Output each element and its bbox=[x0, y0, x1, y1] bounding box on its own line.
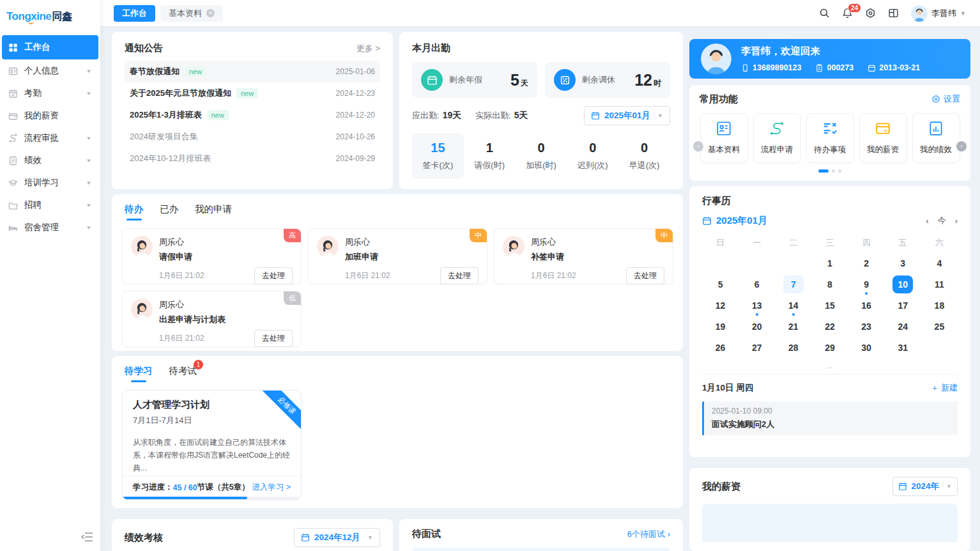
tab-待学习[interactable]: 待学习 bbox=[125, 365, 153, 382]
quick-tile-我的薪资[interactable]: 我的薪资 bbox=[859, 113, 907, 163]
calendar-day-number: 30 bbox=[856, 339, 877, 357]
search-icon[interactable] bbox=[819, 8, 830, 19]
calendar-day-21[interactable]: 21 bbox=[775, 316, 811, 337]
calendar-day-number: 7 bbox=[783, 276, 804, 293]
sidebar-item-个人信息[interactable]: 个人信息▼ bbox=[2, 60, 98, 82]
tab-基本资料[interactable]: 基本资料✕ bbox=[160, 5, 223, 22]
calendar-day-8[interactable]: 8 bbox=[811, 274, 848, 295]
calendar-collapse-icon[interactable]: ︿ bbox=[702, 362, 958, 375]
calendar-day-30[interactable]: 30 bbox=[848, 338, 885, 358]
carousel-dot[interactable] bbox=[832, 169, 835, 173]
calendar-event[interactable]: 2025-01-10 09:00面试实施顾问2人 bbox=[702, 401, 958, 435]
handle-button[interactable]: 去处理 bbox=[254, 330, 293, 347]
notification-bell-icon[interactable]: 24 bbox=[842, 8, 853, 19]
calendar-day-23[interactable]: 23 bbox=[848, 316, 885, 337]
tab-工作台[interactable]: 工作台 bbox=[114, 5, 155, 22]
calendar-day-13[interactable]: 13 bbox=[739, 295, 775, 316]
attendance-stat-签卡(次)[interactable]: 15签卡(次) bbox=[412, 133, 464, 179]
calendar-day-31[interactable]: 31 bbox=[885, 338, 921, 358]
calendar-day-1[interactable]: 1 bbox=[811, 253, 848, 274]
carousel-next-icon[interactable]: › bbox=[956, 141, 967, 151]
new-event-button[interactable]: ＋ 新建 bbox=[930, 382, 958, 394]
calendar-next-button[interactable]: › bbox=[955, 216, 958, 226]
notice-row[interactable]: 关于2025年元旦节放假通知new2024-12-23 bbox=[125, 82, 380, 104]
calendar-day-7[interactable]: 7 bbox=[775, 274, 811, 295]
event-dot bbox=[756, 313, 758, 316]
attendance-month-selector[interactable]: 2025年01月 ▼ bbox=[584, 106, 670, 125]
interview-count-link[interactable]: 6个待面试 › bbox=[627, 529, 670, 540]
sidebar-item-考勤[interactable]: 考勤▼ bbox=[2, 82, 98, 104]
salary-year-selector[interactable]: 2024年 ▼ bbox=[892, 477, 958, 496]
calendar-month-selector[interactable]: 2025年01月 bbox=[702, 215, 767, 227]
user-menu[interactable]: 李晋纬 ▼ bbox=[911, 5, 966, 22]
sidebar-item-流程审批[interactable]: 流程审批▼ bbox=[2, 127, 98, 149]
settings-gear-icon[interactable] bbox=[865, 8, 876, 19]
calendar-day-4[interactable]: 4 bbox=[921, 253, 958, 274]
course-card[interactable]: 必修课 人才管理学习计划 7月1日-7月14日 从求职角度，在面试前建立自己的算… bbox=[122, 390, 302, 500]
calendar-day-29[interactable]: 29 bbox=[811, 338, 848, 358]
quick-settings-link[interactable]: 设置 bbox=[931, 93, 960, 105]
quick-tile-我的绩效[interactable]: 我的绩效 bbox=[912, 113, 960, 163]
avatar bbox=[317, 236, 339, 258]
request-title: 出差申请与计划表 bbox=[159, 314, 226, 325]
calendar-day-18[interactable]: 18 bbox=[921, 295, 958, 316]
calendar-day-17[interactable]: 17 bbox=[885, 295, 921, 316]
calendar-day-20[interactable]: 20 bbox=[739, 316, 775, 337]
calendar-day-10[interactable]: 10 bbox=[885, 274, 921, 295]
attendance-stat-请假(时)[interactable]: 1请假(时) bbox=[464, 133, 516, 179]
calendar-day-24[interactable]: 24 bbox=[885, 316, 921, 337]
calendar-day-19[interactable]: 19 bbox=[702, 316, 739, 337]
attendance-stat-迟到(次)[interactable]: 0迟到(次) bbox=[567, 133, 618, 179]
calendar-day-3[interactable]: 3 bbox=[885, 253, 921, 274]
carousel-prev-icon[interactable]: ‹ bbox=[693, 141, 703, 151]
tab-待办[interactable]: 待办 bbox=[125, 203, 143, 221]
calendar-day-5[interactable]: 5 bbox=[702, 274, 739, 295]
tab-我的申请[interactable]: 我的申请 bbox=[195, 203, 232, 221]
calendar-day-2[interactable]: 2 bbox=[848, 253, 885, 274]
sidebar-item-招聘[interactable]: 招聘▼ bbox=[2, 194, 98, 216]
enter-course-link[interactable]: 进入学习 > bbox=[252, 482, 291, 493]
handle-button[interactable]: 去处理 bbox=[254, 267, 293, 284]
calendar-day-15[interactable]: 15 bbox=[811, 295, 848, 316]
performance-month-selector[interactable]: 2024年12月 ▼ bbox=[294, 528, 380, 547]
tab-已办[interactable]: 已办 bbox=[160, 203, 178, 221]
calendar-day-16[interactable]: 16 bbox=[848, 295, 885, 316]
carousel-dot[interactable] bbox=[838, 169, 841, 173]
sidebar-item-我的薪资[interactable]: 我的薪资 bbox=[2, 105, 98, 127]
calendar-day-26[interactable]: 26 bbox=[702, 338, 739, 358]
sidebar-collapse-icon[interactable] bbox=[81, 532, 93, 542]
handle-button[interactable]: 去处理 bbox=[626, 267, 664, 284]
attendance-stat-早退(次)[interactable]: 0早退(次) bbox=[618, 133, 670, 179]
calendar-day-27[interactable]: 27 bbox=[739, 338, 775, 358]
quick-tile-基本资料[interactable]: 基本资料 bbox=[700, 113, 748, 163]
calendar-day-22[interactable]: 22 bbox=[811, 316, 848, 337]
sidebar-item-宿舍管理[interactable]: 宿舍管理▼ bbox=[2, 217, 98, 238]
notice-row[interactable]: 春节放假通知new2025-01-06 bbox=[125, 61, 380, 82]
layout-grid-icon[interactable] bbox=[888, 8, 899, 19]
calendar-day-25[interactable]: 25 bbox=[921, 316, 958, 337]
sidebar-item-绩效[interactable]: 绩效▼ bbox=[2, 150, 98, 171]
notice-row[interactable]: 2025年1-3月排班表new2024-12-20 bbox=[125, 104, 380, 126]
calendar-day-12[interactable]: 12 bbox=[702, 295, 739, 316]
calendar-day-28[interactable]: 28 bbox=[775, 338, 811, 358]
tab-待考试[interactable]: 待考试1 bbox=[169, 365, 197, 382]
notice-row[interactable]: 2024研发项目合集2024-10-26 bbox=[125, 126, 380, 148]
quick-tile-待办事项[interactable]: 待办事项 bbox=[806, 113, 854, 163]
sidebar-item-培训学习[interactable]: 培训学习▼ bbox=[2, 172, 98, 194]
handle-button[interactable]: 去处理 bbox=[440, 267, 479, 284]
calendar-day-9[interactable]: 9 bbox=[848, 274, 885, 295]
notice-more-link[interactable]: 更多 > bbox=[356, 43, 380, 54]
carousel-dot[interactable] bbox=[818, 169, 829, 173]
calendar-day-number: 17 bbox=[892, 297, 913, 314]
calendar-today-button[interactable]: 今 bbox=[938, 215, 946, 226]
calendar-day-11[interactable]: 11 bbox=[921, 274, 958, 295]
attendance-stat-加班(时)[interactable]: 0加班(时) bbox=[516, 133, 567, 179]
close-icon[interactable]: ✕ bbox=[206, 9, 215, 17]
quick-tile-label: 待办事项 bbox=[814, 144, 846, 155]
quick-tile-流程申请[interactable]: 流程申请 bbox=[753, 113, 801, 163]
calendar-prev-button[interactable]: ‹ bbox=[926, 216, 928, 226]
calendar-day-6[interactable]: 6 bbox=[739, 274, 775, 295]
calendar-day-14[interactable]: 14 bbox=[775, 295, 811, 316]
sidebar-item-工作台[interactable]: 工作台 bbox=[2, 35, 98, 59]
notice-row[interactable]: 2024年10-12月排班表2024-09-29 bbox=[125, 148, 380, 169]
